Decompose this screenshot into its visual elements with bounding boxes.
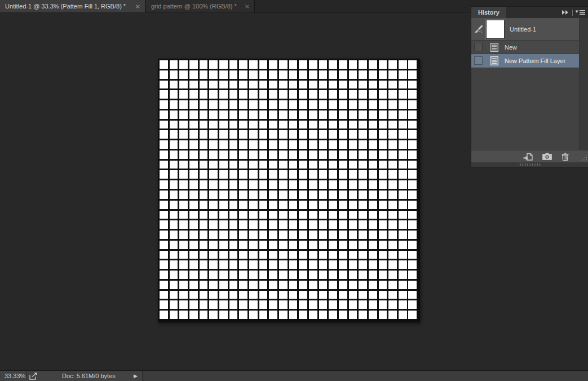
export-share-icon[interactable]: [29, 372, 38, 381]
close-icon[interactable]: ×: [132, 3, 145, 10]
history-brush-source-well[interactable]: [474, 43, 483, 51]
panel-resize-handle[interactable]: [471, 162, 588, 167]
history-panel-footer: [471, 150, 588, 162]
history-state-label: New: [505, 44, 517, 51]
history-scroll-gutter[interactable]: [579, 18, 588, 150]
history-brush-source-well[interactable]: [474, 56, 483, 65]
history-list-empty-area: [471, 68, 579, 150]
panel-menu-icon[interactable]: [576, 10, 585, 15]
delete-state-trash-icon[interactable]: [562, 153, 569, 161]
history-panel-header: History: [471, 7, 588, 18]
zoom-level-field[interactable]: 33.33%: [0, 371, 26, 381]
history-state-label: New Pattern Fill Layer: [505, 57, 565, 64]
snapshot-thumbnail[interactable]: [486, 20, 505, 39]
history-snapshot-row[interactable]: Untitled-1: [471, 18, 579, 41]
document-canvas-grid[interactable]: [158, 59, 420, 322]
tab-history[interactable]: History: [471, 7, 506, 18]
status-flyout-arrow-icon[interactable]: ▶: [134, 371, 138, 381]
drag-dots-icon: [519, 163, 541, 166]
history-state-new-pattern-fill-layer[interactable]: New Pattern Fill Layer: [471, 54, 579, 68]
status-bar: 33.33% Doc: 5.61M/0 bytes ▶: [0, 370, 588, 381]
snapshot-label: Untitled-1: [510, 26, 536, 33]
tab-label: Untitled-1 @ 33.3% (Pattern Fill 1, RGB/…: [0, 3, 126, 10]
photoshop-window: Untitled-1 @ 33.3% (Pattern Fill 1, RGB/…: [0, 0, 588, 381]
panel-resize-grip[interactable]: [581, 155, 587, 161]
zoom-level-value: 33.33%: [5, 373, 25, 379]
tab-grid-pattern[interactable]: grid pattern @ 100% (RGB/8) * ×: [146, 0, 255, 12]
header-separator: [572, 10, 573, 16]
history-state-document-icon: [490, 56, 499, 65]
doc-size-text: Doc: 5.61M/0 bytes: [62, 373, 116, 379]
history-state-new[interactable]: New: [471, 41, 579, 54]
tab-label: grid pattern @ 100% (RGB/8) *: [146, 3, 237, 10]
collapse-to-icons-icon[interactable]: [562, 10, 569, 15]
history-panel-title: History: [478, 9, 499, 16]
history-brush-source-icon[interactable]: [471, 25, 486, 33]
history-state-document-icon: [490, 43, 499, 52]
close-icon[interactable]: ×: [241, 3, 254, 10]
doc-size-info[interactable]: Doc: 5.61M/0 bytes: [62, 371, 116, 381]
new-snapshot-camera-icon[interactable]: [542, 153, 552, 160]
new-document-from-state-icon[interactable]: [523, 153, 533, 161]
history-panel: History: [471, 7, 588, 167]
tab-untitled-1[interactable]: Untitled-1 @ 33.3% (Pattern Fill 1, RGB/…: [0, 0, 145, 12]
